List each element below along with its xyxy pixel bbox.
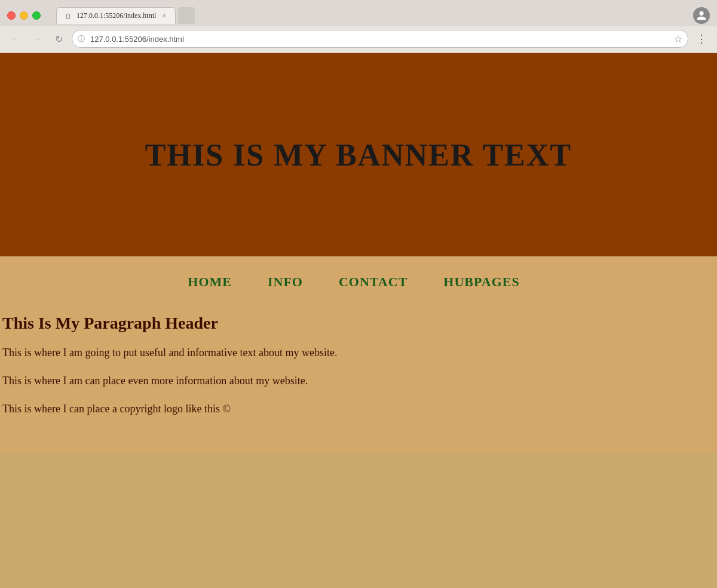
paragraph-3: This is where I can place a copyright lo… <box>2 401 705 417</box>
person-icon <box>696 10 707 21</box>
back-button[interactable]: ← <box>7 30 24 47</box>
browser-chrome: 🗋 127.0.0.1:55206/index.html × ← → ↻ ⓘ <box>0 0 717 53</box>
address-bar-row: ← → ↻ ⓘ ☆ ⋮ <box>0 26 717 53</box>
reload-icon: ↻ <box>55 33 63 45</box>
nav-home[interactable]: HOME <box>188 274 232 290</box>
address-bar-wrap: ⓘ ☆ <box>72 30 688 48</box>
info-icon: ⓘ <box>78 34 85 44</box>
reload-button[interactable]: ↻ <box>50 30 67 47</box>
menu-icon: ⋮ <box>696 32 707 45</box>
tab-page-icon: 🗋 <box>65 13 72 20</box>
tab-bar: 🗋 127.0.0.1:55206/index.html × <box>56 7 195 24</box>
nav-hubpages[interactable]: HUBPAGES <box>443 274 519 290</box>
paragraph-header: This Is My Paragraph Header <box>2 314 705 333</box>
forward-button[interactable]: → <box>29 30 45 47</box>
content-area: HOME INFO CONTACT HUBPAGES This Is My Pa… <box>0 256 717 453</box>
banner-heading: THIS IS MY BANNER TEXT <box>145 137 572 173</box>
tab-title: 127.0.0.1:55206/index.html <box>76 11 157 20</box>
paragraph-1: This is where I am going to put useful a… <box>2 345 705 361</box>
tab-close-icon[interactable]: × <box>162 12 167 20</box>
close-button[interactable] <box>7 11 16 20</box>
maximize-button[interactable] <box>32 11 41 20</box>
website-content: THIS IS MY BANNER TEXT HOME INFO CONTACT… <box>0 53 717 453</box>
navigation: HOME INFO CONTACT HUBPAGES <box>2 274 705 290</box>
nav-info[interactable]: INFO <box>268 274 303 290</box>
active-tab[interactable]: 🗋 127.0.0.1:55206/index.html × <box>56 7 176 24</box>
banner-section: THIS IS MY BANNER TEXT <box>0 53 717 256</box>
profile-button[interactable] <box>693 7 710 24</box>
paragraph-2: This is where I am can place even more i… <box>2 373 705 389</box>
nav-contact[interactable]: CONTACT <box>339 274 407 290</box>
title-bar: 🗋 127.0.0.1:55206/index.html × <box>0 0 717 26</box>
back-icon: ← <box>11 33 20 44</box>
traffic-lights <box>7 11 41 20</box>
menu-button[interactable]: ⋮ <box>693 30 710 47</box>
address-input[interactable] <box>72 30 688 48</box>
new-tab-button[interactable] <box>178 7 195 24</box>
forward-icon: → <box>32 33 42 44</box>
bookmark-star-icon[interactable]: ☆ <box>674 33 682 45</box>
minimize-button[interactable] <box>20 11 28 20</box>
